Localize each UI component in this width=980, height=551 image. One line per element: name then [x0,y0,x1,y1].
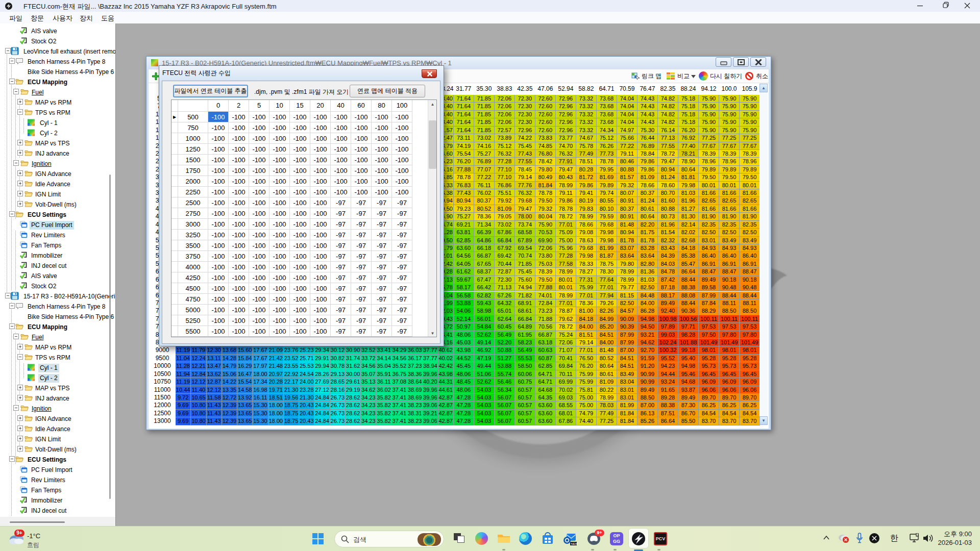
svg-text:NEW: NEW [571,542,578,545]
